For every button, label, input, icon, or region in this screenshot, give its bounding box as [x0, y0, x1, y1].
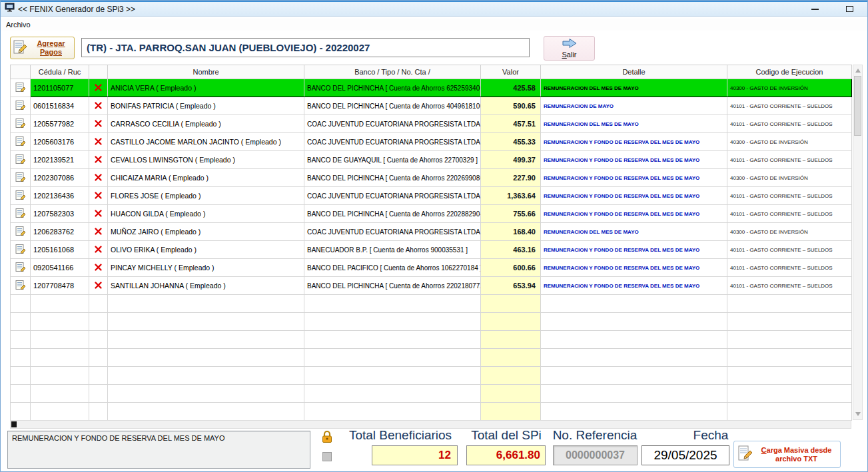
table-row[interactable]: 1205577982 CARRASCO CECILIA ( Empleado )…	[11, 115, 852, 133]
carga-masiva-label: Carga Masiva desde archivo TXT	[756, 446, 837, 463]
edit-cell	[11, 169, 31, 187]
edit-row-icon[interactable]	[15, 86, 26, 94]
app-icon	[5, 3, 15, 15]
edit-row-icon[interactable]	[15, 230, 26, 238]
detail-textbox[interactable]: REMUNERACION Y FONDO DE RESERVA DEL MES …	[7, 431, 310, 469]
scroll-up-icon[interactable]	[855, 69, 861, 73]
maximize-button[interactable]	[841, 4, 858, 15]
header-nombre[interactable]: Nombre	[108, 65, 304, 79]
delete-row-icon[interactable]	[94, 175, 103, 183]
empty-cell	[11, 367, 31, 385]
table-row[interactable]: 1202307086 CHICAIZA MARIA ( Empleado ) B…	[11, 169, 852, 187]
empty-cell	[304, 349, 481, 367]
delete-row-icon[interactable]	[94, 265, 103, 273]
banco-cell: COAC JUVENTUD ECUATORIANA PROGRESISTA LT…	[304, 115, 481, 133]
delete-row-icon[interactable]	[94, 193, 103, 201]
table-row[interactable]: 1207708478 SANTILLAN JOHANNA ( Empleado …	[11, 277, 852, 295]
salir-button[interactable]: Salir	[544, 36, 595, 61]
cedula-cell: 1202307086	[31, 169, 89, 187]
cedula-cell: 1202139521	[31, 151, 89, 169]
payments-grid: Cédula / Ruc Nombre Banco / Tipo / No. C…	[10, 65, 852, 421]
edit-row-icon[interactable]	[15, 212, 26, 220]
empty-cell	[727, 403, 852, 421]
detalle-cell: REMUNERACION DEL MES DE MAYO	[541, 79, 727, 97]
detalle-cell: REMUNERACION Y FONDO DE RESERVA DEL MES …	[541, 205, 727, 223]
cedula-cell: 1206283762	[31, 223, 89, 241]
edit-row-icon[interactable]	[15, 194, 26, 202]
table-row[interactable]: 0601516834 BONIFAS PATRICIA ( Empleado )…	[11, 97, 852, 115]
horizontal-scroll-thumb[interactable]	[11, 421, 17, 427]
valor-cell: 590.65	[481, 97, 541, 115]
edit-row-icon[interactable]	[15, 266, 26, 274]
empty-cell	[108, 349, 304, 367]
vertical-scroll-thumb[interactable]	[854, 76, 861, 136]
total-beneficiarios-value: 12	[372, 445, 458, 465]
exit-arrow-icon	[562, 38, 578, 51]
header-cedula[interactable]: Cédula / Ruc	[31, 65, 89, 79]
nombre-cell: FLORES JOSE ( Empleado )	[108, 187, 304, 205]
delete-row-icon[interactable]	[94, 247, 103, 255]
delete-row-icon[interactable]	[94, 157, 103, 165]
detalle-cell: REMUNERACION Y FONDO DE RESERVA DEL MES …	[541, 169, 727, 187]
nombre-cell: CARRASCO CECILIA ( Empleado )	[108, 115, 304, 133]
delete-row-icon[interactable]	[94, 211, 103, 219]
table-row[interactable]: 1205603176 CASTILLO JACOME MARLON JACINT…	[11, 133, 852, 151]
empty-cell	[481, 331, 541, 349]
delete-row-icon[interactable]	[94, 283, 103, 291]
delete-row-icon[interactable]	[94, 85, 103, 93]
table-row[interactable]: 1205161068 OLIVO ERIKA ( Empleado ) BANE…	[11, 241, 852, 259]
agregar-pagos-button[interactable]: Agregar Pagos	[10, 37, 75, 59]
app-window: << FENIX Generador de SPi3 >> Archivo Ag…	[0, 0, 868, 472]
codigo-cell: 40101 - GASTO CORRIENTE – SUELDOS	[727, 277, 852, 295]
edit-row-icon[interactable]	[15, 104, 26, 112]
header-banco[interactable]: Banco / Tipo / No. Cta /	[304, 65, 481, 79]
valor-cell: 600.66	[481, 259, 541, 277]
fecha-field[interactable]: 29/05/2025	[642, 445, 729, 465]
empty-cell	[108, 367, 304, 385]
table-row[interactable]: 1206283762 MUÑOZ JAIRO ( Empleado ) COAC…	[11, 223, 852, 241]
minimize-button[interactable]	[806, 4, 823, 15]
delete-cell	[89, 169, 108, 187]
header-detalle[interactable]: Detalle	[541, 65, 727, 79]
edit-row-icon[interactable]	[15, 248, 26, 256]
detalle-cell: REMUNERACION DEL MES DE MAYO	[541, 223, 727, 241]
vertical-scrollbar[interactable]	[853, 65, 863, 420]
lock-icon[interactable]	[321, 430, 333, 446]
empty-cell	[89, 403, 108, 421]
edit-row-icon[interactable]	[15, 122, 26, 130]
table-row[interactable]: 1202139521 CEVALLOS LIWINSGTON ( Emplead…	[11, 151, 852, 169]
empty-cell	[11, 313, 31, 331]
codigo-cell: 40101 - GASTO CORRIENTE – SUELDOS	[727, 151, 852, 169]
codigo-cell: 40101 - GASTO CORRIENTE – SUELDOS	[727, 259, 852, 277]
header-delete	[89, 65, 108, 79]
table-row[interactable]: 0920541166 PINCAY MICHELLY ( Empleado ) …	[11, 259, 852, 277]
carga-masiva-button[interactable]: Carga Masiva desde archivo TXT	[733, 441, 841, 468]
titlebar: << FENIX Generador de SPi3 >>	[1, 1, 867, 17]
cedula-cell: 1202136436	[31, 187, 89, 205]
empty-cell	[11, 403, 31, 421]
table-row[interactable]: 1201105077 ANICIA VERA ( Empleado ) BANC…	[11, 79, 852, 97]
delete-row-icon[interactable]	[94, 121, 103, 129]
codigo-cell: 40101 - GASTO CORRIENTE – SUELDOS	[727, 241, 852, 259]
spi-title-field[interactable]: (TR) - JTA. PARROQ.SAN JUAN (PUEBLOVIEJO…	[81, 38, 530, 57]
delete-row-icon[interactable]	[94, 139, 103, 147]
table-row[interactable]: 1207582303 HUACON GILDA ( Empleado ) BAN…	[11, 205, 852, 223]
table-row[interactable]: 1202136436 FLORES JOSE ( Empleado ) COAC…	[11, 187, 852, 205]
edit-row-icon[interactable]	[15, 176, 26, 184]
agregar-pagos-label: Agregar Pagos	[31, 39, 71, 57]
cedula-cell: 1205161068	[31, 241, 89, 259]
menu-archivo[interactable]: Archivo	[1, 20, 36, 29]
referencia-label: No. Referencia	[552, 428, 638, 444]
delete-row-icon[interactable]	[94, 229, 103, 237]
empty-cell	[31, 385, 89, 403]
edit-row-icon[interactable]	[15, 284, 26, 292]
header-codigo[interactable]: Codigo de Ejecucion	[727, 65, 852, 79]
edit-row-icon[interactable]	[15, 140, 26, 148]
edit-cell	[11, 205, 31, 223]
empty-cell	[108, 385, 304, 403]
scroll-down-icon[interactable]	[855, 412, 861, 416]
header-valor[interactable]: Valor	[481, 65, 541, 79]
gray-square-button[interactable]	[322, 452, 332, 461]
delete-row-icon[interactable]	[94, 103, 103, 111]
edit-row-icon[interactable]	[15, 158, 26, 166]
